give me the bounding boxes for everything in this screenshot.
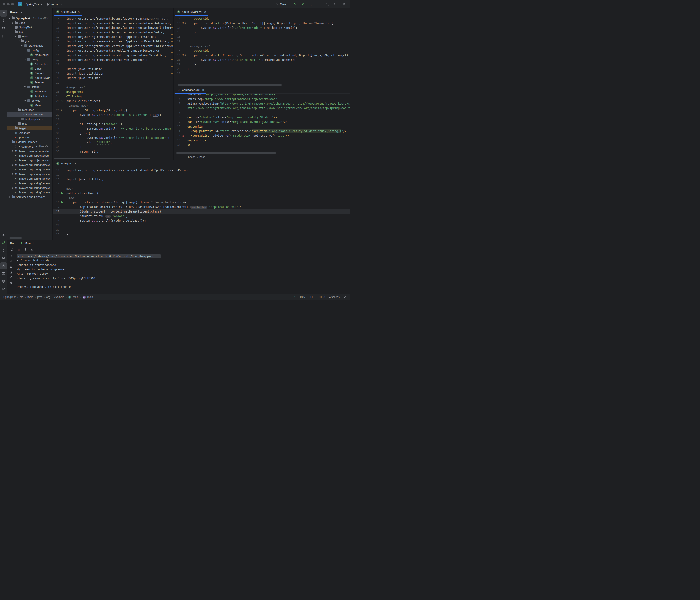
run-tab-main[interactable]: Main × bbox=[19, 240, 36, 246]
breadcrumb-item[interactable]: main bbox=[87, 296, 93, 298]
structure-button[interactable] bbox=[0, 25, 7, 32]
tree-item-org-example[interactable]: org.example bbox=[7, 43, 52, 48]
tree-item-maven-org-springframew[interactable]: mMaven: org.springframew bbox=[7, 186, 52, 190]
spring-button[interactable] bbox=[0, 239, 7, 246]
version-control-button[interactable] bbox=[0, 247, 7, 254]
code-editor[interactable]: 8import org.springframework.beans.factor… bbox=[53, 16, 173, 160]
git-branches-button[interactable] bbox=[0, 285, 7, 292]
close-icon[interactable]: × bbox=[202, 88, 204, 92]
tree-item-teacher[interactable]: CTeacher bbox=[7, 80, 52, 85]
breadcrumb-item[interactable]: example bbox=[54, 296, 64, 298]
tree-chevron-icon[interactable] bbox=[12, 182, 13, 184]
prev-problem-icon[interactable] bbox=[165, 19, 166, 20]
wrap-button[interactable] bbox=[10, 265, 13, 268]
tree-item-studentaop[interactable]: CStudentAOP bbox=[7, 75, 52, 80]
tree-item-pom-xml[interactable]: mpom.xml bbox=[7, 135, 52, 140]
usages-hint[interactable]: 6 usages new * bbox=[67, 86, 85, 89]
tree-chevron-icon[interactable] bbox=[12, 173, 13, 174]
editor-pane-main[interactable]: C Main.java × ⋮ 11import org.springframe… bbox=[53, 160, 350, 240]
project-button[interactable] bbox=[0, 9, 7, 17]
debug-button[interactable] bbox=[0, 232, 7, 239]
tree-chevron-icon[interactable] bbox=[15, 35, 17, 37]
editor-pane-xml[interactable]: </> application.xml × ⋮ 3xmlns:xsi="http… bbox=[174, 87, 350, 160]
breadcrumb-item[interactable]: beans bbox=[188, 155, 195, 159]
tree-item-main[interactable]: CMain bbox=[7, 103, 52, 107]
branch-widget[interactable]: master bbox=[45, 2, 64, 6]
print-button[interactable] bbox=[10, 276, 13, 279]
project-widget[interactable]: SpringTest bbox=[24, 2, 43, 6]
editor-hscrollbar[interactable] bbox=[176, 152, 276, 153]
tree-item-mainconfig[interactable]: CMainConfig bbox=[7, 52, 52, 57]
tree-item-main[interactable]: main bbox=[7, 34, 52, 39]
tree-item-src[interactable]: src bbox=[7, 30, 52, 34]
restart-button[interactable] bbox=[10, 248, 14, 251]
more-tools-button[interactable]: ⋯ bbox=[0, 41, 7, 48]
commit-button[interactable] bbox=[0, 17, 7, 24]
tree-item-maven-org-springframew[interactable]: mMaven: org.springframew bbox=[7, 181, 52, 186]
tab-main-java[interactable]: C Main.java × bbox=[54, 160, 78, 167]
tree-chevron-icon[interactable] bbox=[21, 45, 23, 46]
scrollend-button[interactable] bbox=[31, 248, 34, 251]
editor-hscrollbar[interactable] bbox=[54, 158, 150, 159]
stop-button[interactable] bbox=[17, 248, 21, 251]
window-controls[interactable] bbox=[3, 3, 14, 5]
tree-item-testlistener[interactable]: CTestListener bbox=[7, 94, 52, 98]
down-button[interactable] bbox=[10, 260, 13, 263]
tree-chevron-icon[interactable] bbox=[12, 159, 13, 161]
tree-chevron-icon[interactable] bbox=[12, 22, 13, 23]
tree-item-config[interactable]: config bbox=[7, 48, 52, 52]
services-button[interactable] bbox=[0, 255, 7, 262]
run-button[interactable] bbox=[292, 1, 298, 7]
tree-chevron-icon[interactable] bbox=[15, 109, 17, 110]
run-window-button[interactable] bbox=[0, 262, 7, 269]
status-widget[interactable]: 4 spaces bbox=[329, 296, 340, 298]
breadcrumb-item[interactable]: org bbox=[46, 296, 50, 298]
tree-item--corretto-17-[interactable]: < corretto-17 >/Users/e.. bbox=[7, 144, 52, 149]
tree-item-application-xml[interactable]: </>application.xml bbox=[7, 112, 52, 117]
annotation-gutter-icon[interactable]: @ bbox=[185, 21, 186, 25]
layers-button[interactable] bbox=[24, 248, 27, 251]
tree-chevron-icon[interactable] bbox=[12, 178, 13, 179]
tree-item-class[interactable]: CClass bbox=[7, 66, 52, 71]
tree-item-maven-org-springframew[interactable]: mMaven: org.springframew bbox=[7, 167, 52, 172]
tree-chevron-icon[interactable] bbox=[24, 58, 26, 60]
tree-item-maven-jakarta-annotatio[interactable]: mMaven: jakarta.annotatio bbox=[7, 149, 52, 153]
tree-item--idea[interactable]: .idea bbox=[7, 20, 52, 25]
breadcrumb-item[interactable]: src bbox=[20, 296, 23, 298]
debug-button[interactable] bbox=[300, 1, 306, 7]
tree-item-maven-org-springframew[interactable]: mMaven: org.springframew bbox=[7, 176, 52, 181]
more-vertical-icon[interactable]: ⋮ bbox=[37, 248, 41, 251]
tree-item-maven-org-springframew[interactable]: mMaven: org.springframew bbox=[7, 172, 52, 176]
bookmarks-button[interactable] bbox=[0, 33, 7, 40]
tree-chevron-icon[interactable] bbox=[12, 146, 13, 147]
status-widget[interactable]: LF bbox=[310, 296, 314, 298]
annotation-gutter-icon[interactable]: @ bbox=[185, 53, 186, 57]
tree-chevron-icon[interactable] bbox=[12, 191, 13, 193]
project-panel-header[interactable]: Project bbox=[7, 8, 52, 16]
code-editor[interactable]: 3xmlns:xsi="http://www.w3.org/2001/XMLSc… bbox=[174, 94, 350, 154]
up-button[interactable] bbox=[10, 255, 13, 258]
tree-chevron-icon[interactable] bbox=[15, 123, 17, 124]
tree-chevron-icon[interactable] bbox=[18, 40, 20, 42]
tree-item-target[interactable]: target bbox=[7, 126, 52, 130]
tree-item-test[interactable]: test bbox=[7, 121, 52, 126]
status-widget[interactable]: 18:58 bbox=[300, 296, 306, 298]
tree-chevron-icon[interactable] bbox=[12, 26, 13, 28]
usages-hint[interactable]: no usages new * bbox=[188, 45, 210, 48]
tree-chevron-icon[interactable] bbox=[12, 31, 13, 32]
tree-item-scratches-and-consoles[interactable]: Scratches and Consoles bbox=[7, 195, 52, 199]
tree-item-maven-org-projectlombo[interactable]: mMaven: org.projectlombo bbox=[7, 158, 52, 163]
breadcrumb-item[interactable]: bean bbox=[199, 155, 205, 159]
tree-item-maven-org-springframew[interactable]: mMaven: org.springframew bbox=[7, 163, 52, 167]
tree-item-maven-org-aspectj-aspe[interactable]: mMaven: org.aspectj:aspe bbox=[7, 153, 52, 158]
tree-item-testevent[interactable]: CTestEvent bbox=[7, 89, 52, 94]
tree-chevron-icon[interactable] bbox=[12, 127, 13, 129]
usages-hint[interactable]: 2 usages new * bbox=[67, 104, 88, 107]
tree-item-external-libraries[interactable]: External Libraries bbox=[7, 140, 52, 144]
annotation-gutter-icon[interactable]: @ bbox=[61, 108, 62, 113]
tree-item-springtest[interactable]: SpringTest bbox=[7, 25, 52, 30]
close-icon[interactable]: × bbox=[33, 241, 34, 245]
next-problem-icon[interactable] bbox=[167, 18, 169, 19]
tab-student-java[interactable]: C Student.java × bbox=[54, 8, 82, 16]
close-icon[interactable]: × bbox=[75, 162, 76, 165]
